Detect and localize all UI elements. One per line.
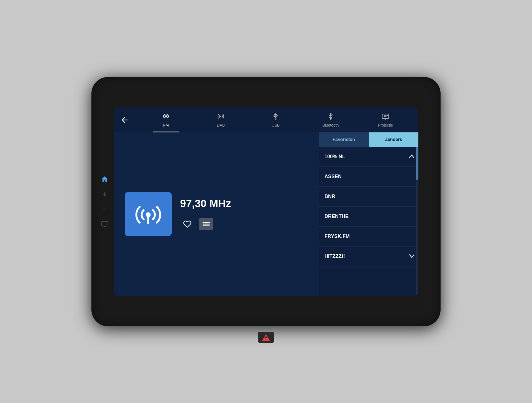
volume-down-button[interactable]: − [100,204,110,214]
projectie-icon [382,112,389,122]
top-navigation: FM DAB [114,107,418,132]
panel-tabs: Favorieten Zenders [319,132,418,147]
station-item-100nl[interactable]: 100% NL [319,147,418,167]
scroll-down-button[interactable] [409,253,415,260]
player-top: 97,30 MHz [125,192,308,236]
car-infotainment-unit: + − [91,77,441,326]
scrollbar-thumb[interactable] [416,147,418,180]
tab-projectie[interactable]: Projectie [369,107,402,132]
station-item-assen[interactable]: ASSEN [319,167,418,187]
frequency-display: 97,30 MHz [180,198,231,210]
svg-point-9 [275,119,276,120]
scrollbar-track [416,147,418,296]
projectie-label: Projectie [378,123,393,127]
fm-label: FM [163,123,169,127]
usb-label: USB [272,123,280,127]
hazard-icon [262,334,270,341]
tab-favorieten[interactable]: Favorieten [319,132,369,147]
left-side-controls: + − [100,174,110,229]
usb-icon [272,112,280,122]
menu-button[interactable] [199,218,213,230]
bluetooth-icon [327,112,334,122]
svg-point-11 [387,115,388,116]
svg-point-2 [165,115,167,117]
favorite-button[interactable] [180,218,195,230]
hazard-button[interactable] [258,332,274,343]
dab-icon [217,112,225,122]
source-tabs: FM DAB [139,107,413,132]
svg-rect-15 [203,224,210,225]
main-content: 97,30 MHz [114,132,418,296]
svg-point-3 [220,115,222,117]
bluetooth-label: Bluetooth [322,123,339,127]
back-button[interactable] [119,115,130,124]
station-item-hitzzz[interactable]: HITZZZ!! [319,247,418,266]
svg-line-4 [274,114,275,115]
home-button[interactable] [100,174,110,184]
stations-list: 100% NL ASSEN BNR DREN [319,147,418,296]
station-actions [180,218,231,230]
hazard-button-area [258,332,274,343]
station-item-fryskfm[interactable]: FRYSK.FM [319,227,418,247]
svg-rect-16 [203,225,210,226]
radio-player: 97,30 MHz [114,132,319,296]
tab-usb[interactable]: USB [259,107,292,132]
tab-bluetooth[interactable]: Bluetooth [314,107,347,132]
tab-zenders[interactable]: Zenders [369,132,419,147]
station-info: 97,30 MHz [180,198,231,230]
infotainment-screen: FM DAB [114,107,418,296]
station-artwork [125,192,172,236]
dab-label: DAB [217,123,225,127]
svg-point-7 [273,115,275,117]
volume-up-button[interactable]: + [100,189,110,199]
svg-rect-14 [203,222,210,223]
svg-line-5 [277,114,277,115]
svg-rect-0 [101,221,108,226]
fm-icon [162,112,170,122]
tab-fm[interactable]: FM [149,107,183,132]
stations-panel: Favorieten Zenders 100% NL [319,132,418,296]
svg-rect-8 [276,115,278,116]
screen-button[interactable] [100,219,110,229]
station-item-bnr[interactable]: BNR [319,187,418,207]
scroll-up-button[interactable] [409,153,415,160]
station-item-drenthe[interactable]: DRENTHE [319,207,418,227]
tab-dab[interactable]: DAB [204,107,237,132]
